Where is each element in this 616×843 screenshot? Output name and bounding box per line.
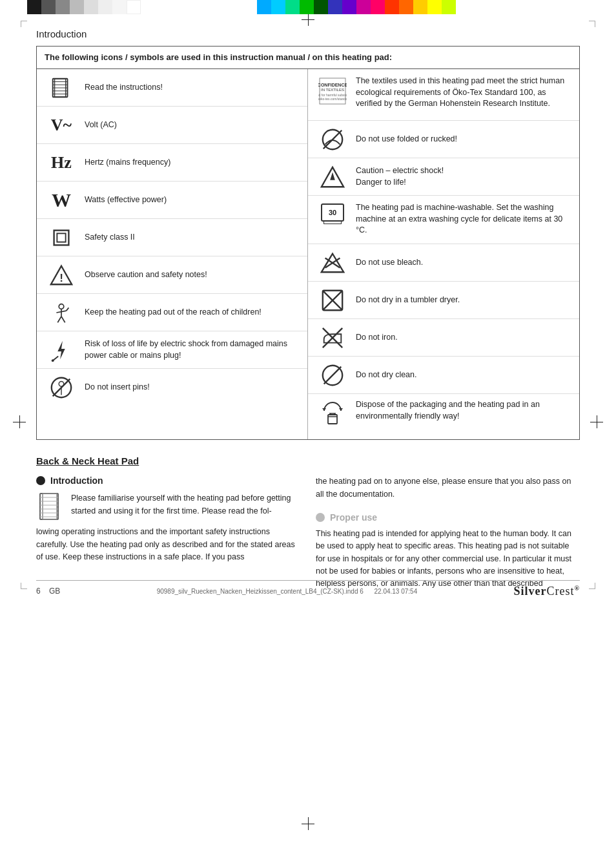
icon-label: Watts (effective power) xyxy=(79,194,301,206)
list-item: Do not dry in a tumbler dryer. xyxy=(308,282,579,319)
safety-class-icon xyxy=(43,225,79,250)
content-columns: Introduction Please familiarise yo xyxy=(36,475,580,590)
corner-mark-bl xyxy=(21,583,27,589)
intro-column: Introduction Please familiarise yo xyxy=(36,475,300,590)
icon-label: Do not iron. xyxy=(351,332,573,344)
icon-label: Observe caution and safety notes! xyxy=(79,269,301,281)
icons-col-left: Read the instructions! V~ Volt (AC) Hz H… xyxy=(37,69,308,439)
svg-text:IN TEXTILES: IN TEXTILES xyxy=(321,88,344,92)
list-item: Hz Hertz (mains frequency) xyxy=(37,144,307,182)
icon-label: Do not use folded or rucked! xyxy=(351,134,573,145)
svg-point-19 xyxy=(52,359,54,362)
svg-rect-8 xyxy=(57,233,65,242)
list-item: Do not iron. xyxy=(308,319,579,357)
proper-use-heading: Proper use xyxy=(316,512,580,523)
icon-label: The textiles used in this heating pad me… xyxy=(351,76,573,110)
icon-label: The heating pad is machine-washable. Set… xyxy=(351,202,573,236)
icon-label: Do not insert pins! xyxy=(79,382,301,393)
corner-mark-tl xyxy=(21,21,27,27)
intro-text-full: lowing operating instructions and the im… xyxy=(36,526,300,563)
intro-content: Please familiarise yourself with the hea… xyxy=(36,492,300,521)
product-title: Back & Neck Heat Pad xyxy=(36,455,580,466)
intro-text-partial: Please familiarise yourself with the hea… xyxy=(71,492,300,517)
list-item: Do not use bleach. xyxy=(308,244,579,282)
icons-grid: Read the instructions! V~ Volt (AC) Hz H… xyxy=(37,69,579,439)
footer-page-number: 6 xyxy=(36,587,41,596)
footer-lang: GB xyxy=(49,587,60,596)
icon-label: Volt (AC) xyxy=(79,120,301,131)
footer-page-info: 6 GB xyxy=(36,587,60,596)
svg-marker-32 xyxy=(330,172,335,180)
electric-shock-icon xyxy=(43,338,79,362)
svg-marker-17 xyxy=(57,340,65,359)
list-item: 30 The heating pad is machine-washable. … xyxy=(308,196,579,244)
list-item: Do not use folded or rucked! xyxy=(308,121,579,158)
book-icon xyxy=(43,76,79,100)
footer-file-info: 90989_silv_Ruecken_Nacken_Heizkissen_con… xyxy=(157,588,418,595)
icons-table: The following icons / symbols are used i… xyxy=(36,46,580,440)
no-bleach-icon xyxy=(314,251,351,275)
bullet-gray-icon xyxy=(316,513,325,522)
list-item: Caution – electric shock!Danger to life! xyxy=(308,158,579,196)
corner-mark-tr xyxy=(589,21,595,27)
icon-label: Risk of loss of life by electric shock f… xyxy=(79,338,301,361)
footer-date: 22.04.13 07:54 xyxy=(375,588,418,595)
recycle-icon xyxy=(314,401,351,425)
svg-rect-7 xyxy=(54,230,69,245)
svg-line-16 xyxy=(67,307,69,311)
oekotex-icon: CONFIDENCE IN TEXTILES Tested for harmfu… xyxy=(314,77,351,105)
list-item: Do not insert pins! xyxy=(37,369,307,406)
list-item: CONFIDENCE IN TEXTILES Tested for harmfu… xyxy=(308,69,579,121)
list-item: V~ Volt (AC) xyxy=(37,107,307,144)
intro-text-cont: the heating pad on to anyone else, pleas… xyxy=(316,475,580,501)
caution-icon: ! xyxy=(43,263,79,287)
icon-label: Do not dry in a tumbler dryer. xyxy=(351,295,573,306)
list-item: Keep the heating pad out of the reach of… xyxy=(37,294,307,331)
right-column: the heating pad on to anyone else, pleas… xyxy=(316,475,580,590)
svg-text:!: ! xyxy=(59,271,63,284)
proper-use-heading-label: Proper use xyxy=(330,512,377,523)
icon-label: Dispose of the packaging and the heating… xyxy=(351,399,573,422)
corner-mark-br xyxy=(589,583,595,589)
svg-text:www.oeko-tex.com/standard100: www.oeko-tex.com/standard100 xyxy=(318,97,347,101)
brand-logo: SilverCrest® xyxy=(514,585,580,598)
page-footer: 6 GB 90989_silv_Ruecken_Nacken_Heizkisse… xyxy=(36,580,580,598)
icon-label: Caution – electric shock!Danger to life! xyxy=(351,165,573,188)
list-item: W Watts (effective power) xyxy=(37,182,307,219)
watt-icon: W xyxy=(43,189,79,211)
no-pins-icon xyxy=(43,375,79,400)
brand-name: SilverCrest® xyxy=(514,585,580,598)
footer-filename: 90989_silv_Ruecken_Nacken_Heizkissen_con… xyxy=(157,588,364,595)
no-iron-icon xyxy=(314,326,351,350)
list-item: Read the instructions! xyxy=(37,69,307,107)
icon-label: Hertz (mains frequency) xyxy=(79,157,301,169)
list-item: Do not dry clean. xyxy=(308,357,579,394)
svg-line-14 xyxy=(57,316,61,322)
no-dryclean-icon xyxy=(314,363,351,388)
icon-label: Safety class II xyxy=(79,232,301,244)
bullet-icon xyxy=(36,476,45,485)
svg-text:CONFIDENCE: CONFIDENCE xyxy=(318,83,347,87)
icon-label: Do not dry clean. xyxy=(351,369,573,381)
svg-rect-44 xyxy=(328,415,337,424)
intro-book-icon xyxy=(36,492,65,521)
list-item: Safety class II xyxy=(37,219,307,256)
child-icon xyxy=(43,300,79,325)
intro-heading: Introduction xyxy=(36,475,300,486)
icon-label: Do not use bleach. xyxy=(351,257,573,269)
no-folded-icon xyxy=(314,127,351,152)
no-dryer-icon xyxy=(314,288,351,313)
svg-point-11 xyxy=(59,304,64,309)
icons-col-right: CONFIDENCE IN TEXTILES Tested for harmfu… xyxy=(308,69,579,439)
table-header: The following icons / symbols are used i… xyxy=(37,47,579,69)
list-item: Risk of loss of life by electric shock f… xyxy=(37,331,307,369)
wash30-icon: 30 xyxy=(314,203,351,222)
wash-30-symbol: 30 xyxy=(321,203,344,222)
svg-line-15 xyxy=(61,316,65,322)
section-title: Introduction xyxy=(36,28,580,39)
icon-label: Read the instructions! xyxy=(79,82,301,94)
hz-icon: Hz xyxy=(43,153,79,172)
intro-heading-label: Introduction xyxy=(50,475,103,486)
icon-label: Keep the heating pad out of the reach of… xyxy=(79,307,301,318)
list-item: ! Observe caution and safety notes! xyxy=(37,256,307,294)
